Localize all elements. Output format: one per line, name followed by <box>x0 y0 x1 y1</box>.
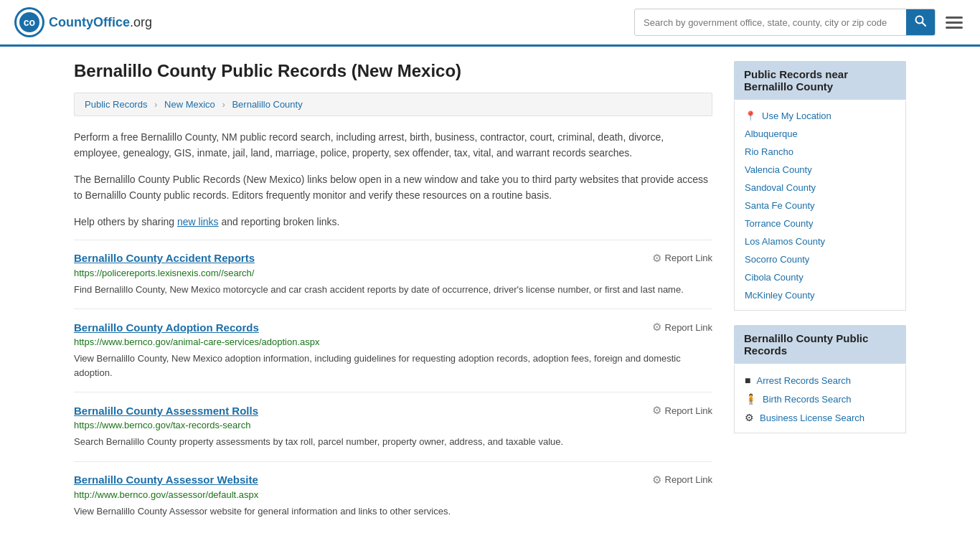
record-url: https://policereports.lexisnexis.com//se… <box>74 268 712 278</box>
report-link-button[interactable]: ⚙ Report Link <box>652 252 712 265</box>
record-title-link[interactable]: Bernalillo County Assessor Website <box>74 474 258 486</box>
report-link-button[interactable]: ⚙ Report Link <box>652 474 712 486</box>
sidebar-item-rio-rancho: Rio Rancho <box>735 143 905 161</box>
breadcrumb: Public Records › New Mexico › Bernalillo… <box>74 93 712 116</box>
record-url: http://www.bernco.gov/assessor/default.a… <box>74 489 712 500</box>
svg-text:co: co <box>24 17 35 28</box>
sidebar-item-mckinley-county: McKinley County <box>735 286 905 304</box>
record-entry: Bernalillo County Accident Reports ⚙ Rep… <box>74 240 712 309</box>
search-input[interactable] <box>635 11 906 34</box>
public-records-list: ■ Arrest Records Search 🧍 Birth Records … <box>734 365 906 433</box>
sidebar-item-santa-fe-county: Santa Fe County <box>735 197 905 215</box>
public-records-section: Bernalillo County Public Records ■ Arres… <box>734 325 906 433</box>
search-button[interactable] <box>906 9 935 35</box>
report-icon: ⚙ <box>652 404 661 417</box>
hamburger-menu-button[interactable] <box>943 14 966 32</box>
birth-records-search-link[interactable]: Birth Records Search <box>763 394 852 405</box>
logo-icon: co <box>14 7 44 37</box>
desc-paragraph-2: The Bernalillo County Public Records (Ne… <box>74 171 712 204</box>
report-link-button[interactable]: ⚙ Report Link <box>652 321 712 334</box>
record-desc: View Bernalillo County, New Mexico adopt… <box>74 352 712 380</box>
business-icon: ⚙ <box>745 412 754 423</box>
record-url: https://www.bernco.gov/animal-care-servi… <box>74 336 712 347</box>
record-desc: View Bernalillo County Assessor website … <box>74 504 712 519</box>
report-link-button[interactable]: ⚙ Report Link <box>652 404 712 417</box>
record-title-link[interactable]: Bernalillo County Adoption Records <box>74 321 259 334</box>
los-alamos-county-link[interactable]: Los Alamos County <box>745 236 825 247</box>
arrest-icon: ■ <box>745 375 750 386</box>
page-title: Bernalillo County Public Records (New Me… <box>74 61 712 81</box>
sidebar-item-los-alamos-county: Los Alamos County <box>735 232 905 250</box>
record-desc: Find Bernalillo County, New Mexico motor… <box>74 283 712 297</box>
record-title-link[interactable]: Bernalillo County Accident Reports <box>74 252 255 264</box>
menu-line <box>946 17 963 19</box>
right-sidebar: Public Records near Bernalillo County 📍 … <box>734 61 906 530</box>
record-entry: Bernalillo County Adoption Records ⚙ Rep… <box>74 309 712 392</box>
report-icon: ⚙ <box>652 474 661 486</box>
site-header: co CountyOffice.org <box>0 0 980 47</box>
record-header: Bernalillo County Assessment Rolls ⚙ Rep… <box>74 404 712 417</box>
albuquerque-link[interactable]: Albuquerque <box>745 128 798 139</box>
sandoval-county-link[interactable]: Sandoval County <box>745 182 816 193</box>
sidebar-item-torrance-county: Torrance County <box>735 215 905 232</box>
report-icon: ⚙ <box>652 321 661 334</box>
sidebar-item-sandoval-county: Sandoval County <box>735 179 905 197</box>
breadcrumb-public-records[interactable]: Public Records <box>85 99 147 110</box>
business-license-search-link[interactable]: Business License Search <box>760 413 864 423</box>
sidebar-item-cibola-county: Cibola County <box>735 268 905 286</box>
rio-rancho-link[interactable]: Rio Rancho <box>745 146 793 157</box>
location-pin-icon: 📍 <box>745 110 756 121</box>
sidebar-item-albuquerque: Albuquerque <box>735 125 905 143</box>
santa-fe-county-link[interactable]: Santa Fe County <box>745 200 815 211</box>
record-desc: Search Bernalillo County property assess… <box>74 435 712 449</box>
records-list: Bernalillo County Accident Reports ⚙ Rep… <box>74 240 712 530</box>
cibola-county-link[interactable]: Cibola County <box>745 272 804 283</box>
use-my-location-link[interactable]: Use My Location <box>762 110 831 121</box>
record-title-link[interactable]: Bernalillo County Assessment Rolls <box>74 405 258 417</box>
record-header: Bernalillo County Adoption Records ⚙ Rep… <box>74 321 712 334</box>
main-content: Bernalillo County Public Records (New Me… <box>60 47 920 545</box>
search-icon <box>915 15 926 27</box>
torrance-county-link[interactable]: Torrance County <box>745 218 813 229</box>
svg-line-5 <box>923 23 926 27</box>
sidebar-record-business: ⚙ Business License Search <box>735 408 905 427</box>
nearby-section: Public Records near Bernalillo County 📍 … <box>734 61 906 311</box>
arrest-records-search-link[interactable]: Arrest Records Search <box>756 375 851 386</box>
record-entry: Bernalillo County Assessor Website ⚙ Rep… <box>74 461 712 530</box>
logo-text: CountyOffice.org <box>49 15 152 30</box>
menu-line <box>946 22 963 24</box>
record-header: Bernalillo County Accident Reports ⚙ Rep… <box>74 252 712 265</box>
header-right <box>634 9 966 36</box>
menu-line <box>946 27 963 29</box>
breadcrumb-sep: › <box>222 99 225 110</box>
logo-area: co CountyOffice.org <box>14 7 152 37</box>
nearby-list: 📍 Use My Location Albuquerque Rio Rancho… <box>734 101 906 311</box>
report-icon: ⚙ <box>652 252 661 265</box>
left-column: Bernalillo County Public Records (New Me… <box>74 61 712 530</box>
sidebar-item-valencia-county: Valencia County <box>735 161 905 179</box>
search-bar-container <box>634 9 936 36</box>
breadcrumb-new-mexico[interactable]: New Mexico <box>164 99 215 110</box>
valencia-county-link[interactable]: Valencia County <box>745 164 812 175</box>
birth-icon: 🧍 <box>745 393 757 405</box>
sidebar-record-arrest: ■ Arrest Records Search <box>735 371 905 390</box>
sidebar-item-socorro-county: Socorro County <box>735 250 905 268</box>
mckinley-county-link[interactable]: McKinley County <box>745 290 815 301</box>
sidebar-record-birth: 🧍 Birth Records Search <box>735 390 905 408</box>
desc-paragraph-3: Help others by sharing new links and rep… <box>74 214 712 230</box>
socorro-county-link[interactable]: Socorro County <box>745 254 809 265</box>
public-records-section-header: Bernalillo County Public Records <box>734 325 906 364</box>
desc-paragraph-1: Perform a free Bernalillo County, NM pub… <box>74 129 712 161</box>
new-links-link[interactable]: new links <box>177 216 219 227</box>
record-url: https://www.bernco.gov/tax-records-searc… <box>74 420 712 430</box>
nearby-section-header: Public Records near Bernalillo County <box>734 61 906 100</box>
breadcrumb-bernalillo[interactable]: Bernalillo County <box>232 99 302 110</box>
sidebar-item-use-my-location: 📍 Use My Location <box>735 107 905 125</box>
breadcrumb-sep: › <box>154 99 157 110</box>
record-entry: Bernalillo County Assessment Rolls ⚙ Rep… <box>74 392 712 461</box>
record-header: Bernalillo County Assessor Website ⚙ Rep… <box>74 474 712 486</box>
